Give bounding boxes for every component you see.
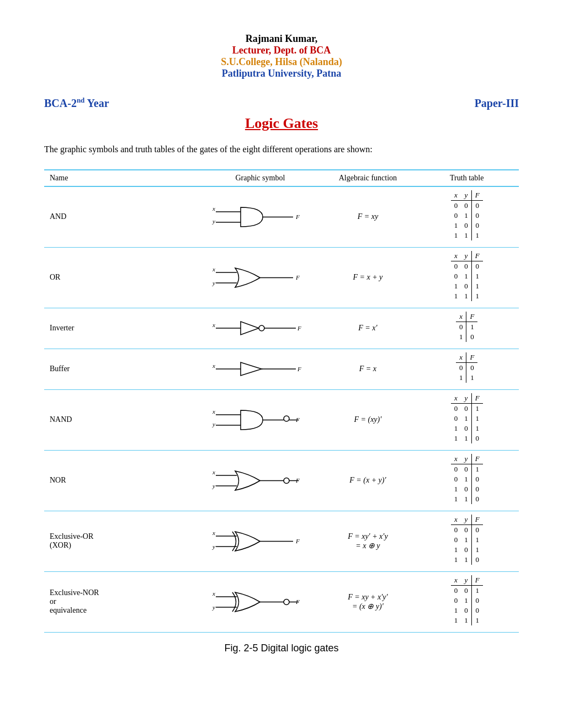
svg-text:y: y <box>212 280 215 286</box>
author-university: Patliputra University, Patna <box>44 68 519 79</box>
gate-symbol: x y F <box>199 389 321 450</box>
svg-text:y: y <box>212 421 215 427</box>
svg-text:F: F <box>297 325 301 331</box>
figure-caption: Fig. 2-5 Digital logic gates <box>44 643 519 654</box>
page-title: Logic Gates <box>44 115 519 132</box>
intro-text: The graphic symbols and truth tables of … <box>44 143 519 156</box>
table-row: Exclusive-OR(XOR) x y F F = xy′ + x′y= x… <box>44 511 519 571</box>
svg-text:x: x <box>212 266 215 272</box>
svg-point-48 <box>284 599 289 604</box>
gate-name: AND <box>44 186 199 248</box>
svg-text:x: x <box>212 362 215 369</box>
gate-symbol: x y F <box>199 186 321 248</box>
gate-symbol: x y F <box>199 247 321 308</box>
gate-name: OR <box>44 247 199 308</box>
svg-point-26 <box>284 416 289 421</box>
svg-text:x: x <box>212 205 215 212</box>
paper-label: Paper-III <box>475 97 519 110</box>
svg-point-14 <box>259 325 264 331</box>
gate-function: F = xy′ + x′y= x ⊕ y <box>321 511 415 571</box>
table-row: Buffer x F F = x xF0011 <box>44 349 519 389</box>
table-row: AND x y F F = xy xyF000010100111 <box>44 186 519 248</box>
svg-point-34 <box>284 478 289 483</box>
table-row: NAND x y F F = (xy)′ xyF001011101110 <box>44 389 519 450</box>
svg-text:F: F <box>295 598 300 605</box>
svg-text:y: y <box>212 218 215 224</box>
gate-truth-table: xyF000011101111 <box>415 247 519 308</box>
svg-text:y: y <box>212 483 215 489</box>
svg-text:y: y <box>212 604 215 611</box>
year-paper-row: BCA-2nd Year Paper-III <box>44 96 519 110</box>
svg-text:x: x <box>212 408 215 415</box>
svg-text:x: x <box>212 590 215 597</box>
gate-truth-table: xyF000011101110 <box>415 511 519 571</box>
table-header-row: Name Graphic symbol Algebraic function T… <box>44 170 519 186</box>
gate-name: Inverter <box>44 308 199 349</box>
col-header-symbol: Graphic symbol <box>199 170 321 186</box>
gate-function: F = xy <box>321 186 415 248</box>
gate-name: NOR <box>44 450 199 511</box>
svg-marker-19 <box>241 362 262 376</box>
svg-text:x: x <box>212 469 215 475</box>
gate-truth-table: xyF000010100111 <box>415 186 519 248</box>
author-dept: Lecturer, Dept. of BCA <box>44 45 519 56</box>
svg-text:F: F <box>295 274 300 281</box>
svg-text:y: y <box>212 543 215 550</box>
gate-function: F = xy + x′y′= (x ⊕ y)′ <box>321 571 415 632</box>
author-college: S.U.College, Hilsa (Nalanda) <box>44 56 519 68</box>
author-name: Rajmani Kumar, <box>44 33 519 45</box>
gate-symbol: x y F <box>199 571 321 632</box>
svg-text:x: x <box>212 529 215 536</box>
svg-text:F: F <box>295 416 300 423</box>
gate-truth-table: xF0011 <box>415 349 519 389</box>
gate-truth-table: xyF001010100111 <box>415 571 519 632</box>
gate-symbol: x F <box>199 308 321 349</box>
svg-text:F: F <box>295 477 300 484</box>
table-row: Exclusive-NORorequivalence x y F F = xy … <box>44 571 519 632</box>
col-header-name: Name <box>44 170 199 186</box>
gate-symbol: x y F <box>199 511 321 571</box>
svg-text:F: F <box>295 213 300 220</box>
gates-table: Name Graphic symbol Algebraic function T… <box>44 169 519 633</box>
gate-function: F = (xy)′ <box>321 389 415 450</box>
gate-function: F = x <box>321 349 415 389</box>
svg-text:F: F <box>295 538 300 544</box>
gate-symbol: x y F <box>199 450 321 511</box>
col-header-truth: Truth table <box>415 170 519 186</box>
table-row: NOR x y F F = (x + y)′ xyF001010100110 <box>44 450 519 511</box>
gate-truth-table: xyF001010100110 <box>415 450 519 511</box>
gate-truth-table: xyF001011101110 <box>415 389 519 450</box>
gate-truth-table: xF0110 <box>415 308 519 349</box>
gate-function: F = (x + y)′ <box>321 450 415 511</box>
svg-text:F: F <box>297 366 301 372</box>
col-header-function: Algebraic function <box>321 170 415 186</box>
table-row: Inverter x F F = x′ xF0110 <box>44 308 519 349</box>
gate-name: Buffer <box>44 349 199 389</box>
svg-text:x: x <box>212 322 215 328</box>
svg-marker-13 <box>241 322 259 335</box>
gate-name: NAND <box>44 389 199 450</box>
gate-symbol: x F <box>199 349 321 389</box>
gate-name: Exclusive-OR(XOR) <box>44 511 199 571</box>
gate-name: Exclusive-NORorequivalence <box>44 571 199 632</box>
bca-year: BCA-2nd Year <box>44 96 109 110</box>
table-row: OR x y F F = x + y xyF000011101111 <box>44 247 519 308</box>
gate-function: F = x + y <box>321 247 415 308</box>
gate-function: F = x′ <box>321 308 415 349</box>
header-section: Rajmani Kumar, Lecturer, Dept. of BCA S.… <box>44 33 519 79</box>
